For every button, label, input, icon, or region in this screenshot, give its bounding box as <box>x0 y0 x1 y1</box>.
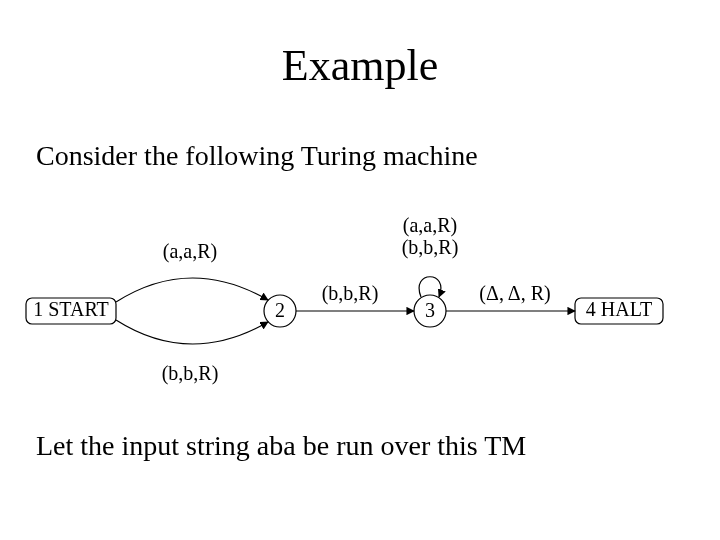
footer-text: Let the input string aba be run over thi… <box>36 430 526 462</box>
state-1-label: 1 START <box>33 298 109 320</box>
edge-3-loop-label-top: (a,a,R) <box>403 214 457 237</box>
edge-1-2-bottom-label: (b,b,R) <box>162 362 219 385</box>
edge-1-to-2-bottom <box>116 320 268 344</box>
edge-1-to-2-top <box>116 278 268 302</box>
edge-2-3-label: (b,b,R) <box>322 282 379 305</box>
state-2-label: 2 <box>275 299 285 321</box>
edge-1-2-top-label: (a,a,R) <box>163 240 217 263</box>
turing-machine-diagram: 1 START 2 3 4 HALT (a,a,R) (b,b,R) (b,b,… <box>20 200 700 400</box>
page-title: Example <box>0 40 720 91</box>
edge-3-4-label: (Δ, Δ, R) <box>479 282 550 305</box>
state-3-label: 3 <box>425 299 435 321</box>
state-4-label: 4 HALT <box>586 298 652 320</box>
description-text: Consider the following Turing machine <box>36 140 478 172</box>
slide: Example Consider the following Turing ma… <box>0 0 720 540</box>
edge-3-loop-label-bottom: (b,b,R) <box>402 236 459 259</box>
edge-3-self-loop <box>419 277 441 297</box>
